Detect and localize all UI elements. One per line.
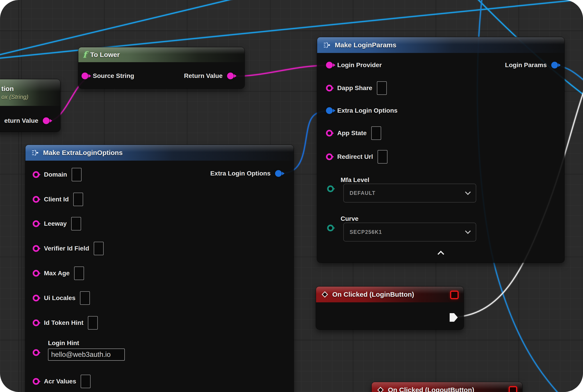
node-on-clicked-login-header[interactable]: On Clicked (LoginButton) — [316, 286, 464, 302]
curve-pin[interactable] — [327, 224, 334, 231]
dapp-share-input[interactable] — [377, 81, 387, 95]
client-id-pin-label: Client Id — [44, 196, 69, 203]
make-struct-icon — [31, 149, 39, 156]
max-age-input[interactable] — [74, 266, 84, 280]
acr-values-input[interactable] — [81, 375, 90, 388]
curve-dropdown[interactable]: SECP256K1 — [343, 222, 476, 242]
client-id-pin[interactable] — [33, 196, 40, 203]
node-get-string-partial[interactable]: tion ox (String) eturn Value — [0, 79, 60, 132]
domain-pin[interactable] — [33, 171, 40, 178]
domain-pin-label: Domain — [44, 171, 67, 178]
id-token-hint-pin[interactable] — [33, 320, 40, 326]
max-age-pin-label: Max Age — [44, 270, 70, 277]
node-on-clicked-logout-header[interactable]: On Clicked (LogoutButton) — [372, 382, 522, 392]
id-token-hint-input[interactable] — [88, 316, 98, 330]
node-make-extra-login-options[interactable]: Make ExtraLoginOptions Extra Login Optio… — [26, 145, 294, 392]
collapse-node-chevron-icon[interactable] — [438, 251, 444, 258]
dapp-share-pin-label: Dapp Share — [337, 84, 372, 92]
login-params-output-pin[interactable] — [551, 62, 558, 68]
curve-label: Curve — [340, 215, 358, 222]
extra-login-options-input-pin[interactable] — [326, 107, 333, 114]
login-provider-pin-label: Login Provider — [337, 62, 382, 69]
dapp-share-pin[interactable] — [326, 85, 333, 92]
ui-locales-pin-label: Ui Locales — [44, 294, 76, 302]
redirect-url-pin-label: Redirect Url — [337, 153, 373, 160]
redirect-url-input[interactable] — [378, 150, 388, 164]
mfa-level-pin[interactable] — [327, 186, 334, 192]
id-token-hint-pin-label: Id Token Hint — [44, 319, 83, 326]
domain-input[interactable] — [72, 168, 82, 181]
ui-locales-pin[interactable] — [33, 295, 40, 302]
redirect-url-pin[interactable] — [326, 154, 333, 160]
wire-tolower-to-login-provider[interactable] — [232, 65, 329, 76]
verifier-id-field-pin[interactable] — [33, 245, 40, 252]
stop-recording-icon[interactable] — [450, 290, 459, 299]
login-hint-input[interactable]: hello@web3auth.io — [48, 348, 125, 361]
acr-values-pin[interactable] — [33, 378, 40, 385]
node-get-string-title: tion — [1, 85, 14, 92]
node-on-clicked-login-button[interactable]: On Clicked (LoginButton) — [316, 286, 464, 329]
verifier-id-field-pin-label: Verifier Id Field — [44, 245, 89, 252]
node-on-clicked-logout-button[interactable]: On Clicked (LogoutButton) — [372, 382, 522, 392]
app-state-pin-label: App State — [337, 130, 367, 137]
blueprint-graph-canvas[interactable]: tion ox (String) eturn Value f To Lower … — [0, 0, 583, 392]
node-make-login-params-title: Make LoginParams — [335, 41, 396, 49]
exec-output-pin[interactable] — [450, 313, 458, 322]
node-to-lower-title: To Lower — [90, 51, 120, 58]
mfa-level-dropdown[interactable]: DEFAULT — [343, 184, 476, 202]
login-hint-pin[interactable] — [33, 349, 40, 356]
chevron-down-icon — [465, 189, 470, 195]
ui-locales-input[interactable] — [80, 291, 90, 305]
chevron-down-icon — [465, 228, 470, 234]
extra-login-options-input-label: Extra Login Options — [337, 107, 398, 114]
mfa-level-value: DEFAULT — [350, 190, 376, 196]
login-hint-value: hello@web3auth.io — [51, 350, 110, 359]
acr-values-pin-label: Acr Values — [44, 378, 76, 385]
node-on-clicked-logout-title: On Clicked (LogoutButton) — [388, 386, 474, 392]
event-diamond-icon — [322, 291, 328, 298]
max-age-pin[interactable] — [33, 270, 40, 277]
login-hint-label: Login Hint — [48, 340, 79, 347]
return-value-pin-label: eturn Value — [4, 117, 38, 124]
event-diamond-icon — [377, 386, 384, 392]
mfa-level-label: Mfa Level — [340, 176, 370, 184]
extra-login-options-output-pin[interactable] — [275, 170, 282, 177]
make-struct-icon — [322, 42, 331, 48]
source-string-pin[interactable] — [82, 72, 88, 79]
node-on-clicked-login-title: On Clicked (LoginButton) — [332, 290, 414, 298]
return-value-pin-label: Return Value — [184, 72, 222, 80]
node-make-extra-login-options-title: Make ExtraLoginOptions — [43, 149, 122, 156]
node-make-login-params-header[interactable]: Make LoginParams — [317, 37, 564, 53]
stop-recording-icon[interactable] — [509, 386, 517, 392]
node-get-string-subtitle: ox (String) — [1, 94, 28, 100]
verifier-id-field-input[interactable] — [94, 242, 104, 255]
leeway-pin[interactable] — [33, 220, 40, 227]
extra-login-options-output-label: Extra Login Options — [210, 170, 270, 177]
login-provider-pin[interactable] — [326, 62, 333, 68]
app-state-pin[interactable] — [326, 130, 333, 136]
curve-value: SECP256K1 — [350, 229, 382, 235]
node-get-string-header[interactable]: tion ox (String) — [0, 79, 60, 106]
node-make-extra-login-options-header[interactable]: Make ExtraLoginOptions — [26, 145, 294, 161]
return-value-pin[interactable] — [227, 72, 234, 79]
function-icon: f — [83, 50, 86, 59]
login-params-output-label: Login Params — [505, 62, 547, 69]
leeway-input[interactable] — [71, 217, 81, 230]
node-to-lower-header[interactable]: f To Lower — [78, 47, 244, 62]
return-value-pin[interactable] — [43, 117, 50, 124]
node-to-lower[interactable]: f To Lower Source String Return Value — [78, 47, 244, 88]
node-make-login-params[interactable]: Make LoginParams Login Provider Login Pa… — [317, 37, 564, 262]
client-id-input[interactable] — [73, 192, 83, 206]
leeway-pin-label: Leeway — [44, 220, 67, 227]
source-string-pin-label: Source String — [93, 72, 134, 80]
app-state-input[interactable] — [371, 126, 381, 140]
